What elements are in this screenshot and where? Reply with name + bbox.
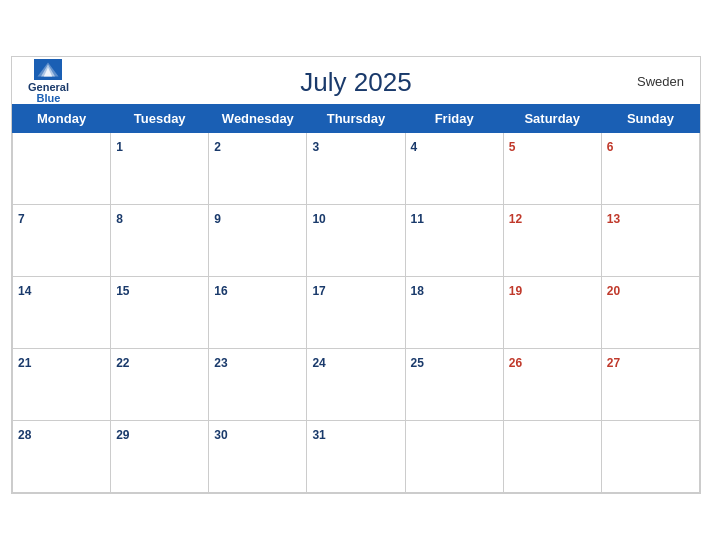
calendar-day-cell: 31 (307, 421, 405, 493)
calendar-day-cell: 30 (209, 421, 307, 493)
day-number: 9 (214, 212, 221, 226)
header-sunday: Sunday (601, 105, 699, 133)
calendar-day-cell: 11 (405, 205, 503, 277)
calendar-day-cell: 19 (503, 277, 601, 349)
calendar: General Blue July 2025 Sweden Monday Tue… (11, 56, 701, 494)
calendar-day-cell: 18 (405, 277, 503, 349)
day-number: 10 (312, 212, 325, 226)
day-number: 8 (116, 212, 123, 226)
weekday-header-row: Monday Tuesday Wednesday Thursday Friday… (13, 105, 700, 133)
calendar-week-row: 21222324252627 (13, 349, 700, 421)
header-saturday: Saturday (503, 105, 601, 133)
calendar-day-cell (503, 421, 601, 493)
day-number: 25 (411, 356, 424, 370)
day-number: 4 (411, 140, 418, 154)
day-number: 20 (607, 284, 620, 298)
calendar-week-row: 28293031 (13, 421, 700, 493)
calendar-day-cell: 16 (209, 277, 307, 349)
calendar-week-row: 14151617181920 (13, 277, 700, 349)
day-number: 2 (214, 140, 221, 154)
day-number: 15 (116, 284, 129, 298)
day-number: 14 (18, 284, 31, 298)
calendar-day-cell: 4 (405, 133, 503, 205)
calendar-day-cell: 7 (13, 205, 111, 277)
calendar-day-cell (405, 421, 503, 493)
day-number: 24 (312, 356, 325, 370)
generalblue-logo-icon (34, 58, 62, 80)
calendar-day-cell: 9 (209, 205, 307, 277)
calendar-day-cell: 20 (601, 277, 699, 349)
calendar-day-cell: 21 (13, 349, 111, 421)
day-number: 22 (116, 356, 129, 370)
day-number: 3 (312, 140, 319, 154)
day-number: 18 (411, 284, 424, 298)
calendar-title: July 2025 (300, 67, 411, 98)
calendar-day-cell: 22 (111, 349, 209, 421)
calendar-day-cell (13, 133, 111, 205)
calendar-day-cell: 12 (503, 205, 601, 277)
day-number: 29 (116, 428, 129, 442)
calendar-day-cell: 24 (307, 349, 405, 421)
header-wednesday: Wednesday (209, 105, 307, 133)
calendar-table: Monday Tuesday Wednesday Thursday Friday… (12, 104, 700, 493)
calendar-day-cell: 15 (111, 277, 209, 349)
day-number: 12 (509, 212, 522, 226)
header-friday: Friday (405, 105, 503, 133)
logo-blue-text: Blue (37, 92, 61, 103)
day-number: 11 (411, 212, 424, 226)
header-tuesday: Tuesday (111, 105, 209, 133)
logo: General Blue (28, 58, 69, 103)
header-thursday: Thursday (307, 105, 405, 133)
calendar-day-cell: 8 (111, 205, 209, 277)
calendar-week-row: 123456 (13, 133, 700, 205)
calendar-day-cell: 10 (307, 205, 405, 277)
day-number: 21 (18, 356, 31, 370)
calendar-day-cell: 2 (209, 133, 307, 205)
country-label: Sweden (637, 73, 684, 88)
day-number: 13 (607, 212, 620, 226)
day-number: 26 (509, 356, 522, 370)
calendar-day-cell: 23 (209, 349, 307, 421)
calendar-header: General Blue July 2025 Sweden (12, 57, 700, 104)
calendar-day-cell: 26 (503, 349, 601, 421)
calendar-day-cell: 29 (111, 421, 209, 493)
calendar-day-cell: 17 (307, 277, 405, 349)
day-number: 23 (214, 356, 227, 370)
header-monday: Monday (13, 105, 111, 133)
calendar-day-cell: 25 (405, 349, 503, 421)
calendar-day-cell (601, 421, 699, 493)
day-number: 16 (214, 284, 227, 298)
calendar-day-cell: 27 (601, 349, 699, 421)
day-number: 31 (312, 428, 325, 442)
day-number: 5 (509, 140, 516, 154)
calendar-day-cell: 3 (307, 133, 405, 205)
day-number: 27 (607, 356, 620, 370)
day-number: 17 (312, 284, 325, 298)
day-number: 28 (18, 428, 31, 442)
day-number: 30 (214, 428, 227, 442)
calendar-week-row: 78910111213 (13, 205, 700, 277)
day-number: 1 (116, 140, 123, 154)
calendar-day-cell: 14 (13, 277, 111, 349)
calendar-day-cell: 5 (503, 133, 601, 205)
day-number: 7 (18, 212, 25, 226)
calendar-day-cell: 1 (111, 133, 209, 205)
day-number: 19 (509, 284, 522, 298)
calendar-day-cell: 13 (601, 205, 699, 277)
calendar-day-cell: 6 (601, 133, 699, 205)
calendar-day-cell: 28 (13, 421, 111, 493)
day-number: 6 (607, 140, 614, 154)
